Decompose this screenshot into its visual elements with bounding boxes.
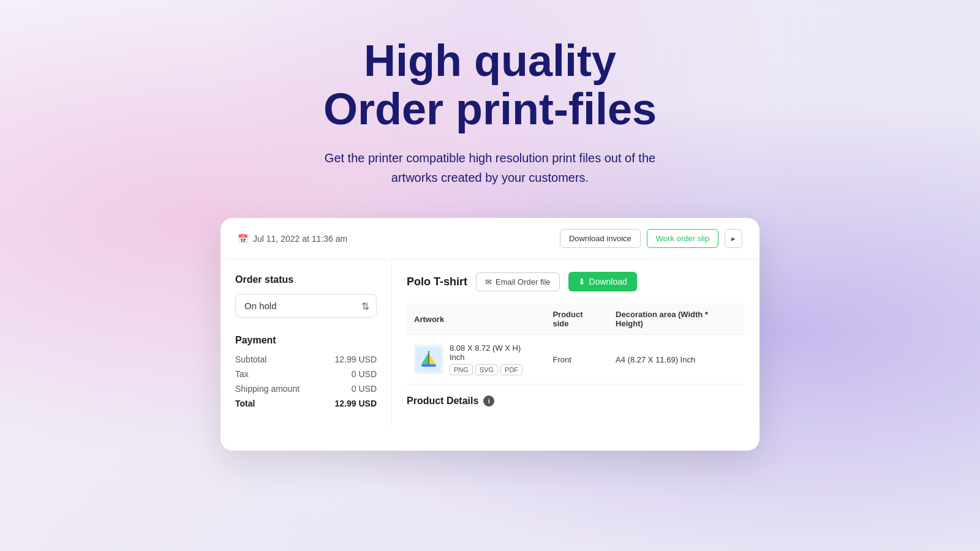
status-select-wrapper: On hold ⇅ (235, 294, 377, 318)
col-product-side: Product side (545, 304, 608, 335)
download-invoice-button[interactable]: Download invoice (560, 229, 641, 248)
order-status-select[interactable]: On hold (235, 294, 377, 318)
col-artwork: Artwork (407, 304, 545, 335)
artwork-thumbnail (414, 345, 443, 374)
svg-badge: SVG (475, 364, 498, 375)
file-format-badges: PNG SVG PDF (450, 364, 538, 375)
hero-section: High quality Order print-files Get the p… (323, 37, 657, 187)
order-status-label: Order status (235, 274, 377, 285)
shipping-row: Shipping amount 0 USD (235, 384, 377, 394)
hero-title: High quality Order print-files (323, 37, 657, 133)
product-side-cell: Front (545, 335, 608, 384)
email-order-file-button[interactable]: ✉ Email Order file (476, 272, 560, 291)
subtotal-label: Subtotal (235, 354, 266, 364)
header-actions: Download invoice Work order slip ▸ (560, 229, 742, 248)
png-badge: PNG (450, 364, 473, 375)
calendar-icon: 📅 (238, 234, 248, 244)
subtotal-value: 12.99 USD (335, 354, 377, 364)
boat-icon (417, 347, 441, 372)
info-icon: i (483, 395, 494, 407)
more-options-button[interactable]: ▸ (725, 229, 742, 248)
product-name: Polo T-shirt (407, 276, 467, 288)
total-value: 12.99 USD (335, 399, 377, 408)
pdf-badge: PDF (500, 364, 522, 375)
total-label: Total (235, 399, 255, 408)
product-header: Polo T-shirt ✉ Email Order file ⬇ Downlo… (407, 272, 745, 291)
tax-row: Tax 0 USD (235, 369, 377, 379)
decoration-area-cell: A4 (8.27 X 11.69) Inch (608, 335, 745, 384)
hero-subtitle: Get the printer compatible high resoluti… (323, 148, 657, 187)
subtotal-row: Subtotal 12.99 USD (235, 354, 377, 364)
card-header: 📅 Jul 11, 2022 at 11:36 am Download invo… (221, 218, 760, 260)
download-button[interactable]: ⬇ Download (568, 272, 637, 291)
product-details-section: Product Details i (407, 395, 745, 407)
tax-label: Tax (235, 369, 249, 379)
artwork-table: Artwork Product side Decoration area (Wi… (407, 304, 745, 384)
artwork-info: 8.08 X 8.72 (W X H) Inch PNG SVG PDF (450, 343, 538, 375)
left-panel: Order status On hold ⇅ Payment Subtotal … (221, 260, 392, 428)
order-date: 📅 Jul 11, 2022 at 11:36 am (238, 234, 347, 244)
payment-section: Payment Subtotal 12.99 USD Tax 0 USD Shi… (235, 335, 377, 408)
tax-value: 0 USD (352, 369, 377, 379)
artwork-cell: 8.08 X 8.72 (W X H) Inch PNG SVG PDF (407, 335, 545, 384)
payment-label: Payment (235, 335, 377, 346)
shipping-label: Shipping amount (235, 384, 300, 394)
right-panel: Polo T-shirt ✉ Email Order file ⬇ Downlo… (392, 260, 760, 428)
total-row: Total 12.99 USD (235, 399, 377, 408)
download-icon: ⬇ (578, 277, 586, 287)
table-row: 8.08 X 8.72 (W X H) Inch PNG SVG PDF (407, 335, 745, 384)
product-details-label: Product Details (407, 395, 478, 407)
envelope-icon: ✉ (485, 277, 492, 287)
shipping-value: 0 USD (352, 384, 377, 394)
ui-mockup-card: 📅 Jul 11, 2022 at 11:36 am Download invo… (221, 218, 760, 451)
card-body: Order status On hold ⇅ Payment Subtotal … (221, 260, 760, 428)
page-content: High quality Order print-files Get the p… (0, 0, 980, 451)
artwork-size: 8.08 X 8.72 (W X H) Inch (450, 343, 538, 362)
work-order-slip-button[interactable]: Work order slip (647, 229, 718, 248)
col-decoration-area: Decoration area (Width * Height) (608, 304, 745, 335)
